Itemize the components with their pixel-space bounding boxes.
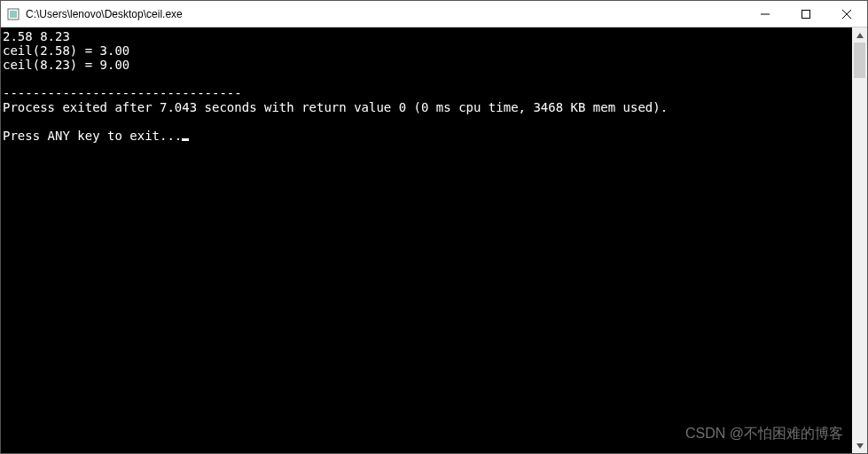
window-controls (745, 1, 867, 27)
vertical-scrollbar[interactable] (852, 27, 867, 453)
close-button[interactable] (826, 1, 867, 27)
scroll-thumb[interactable] (854, 43, 865, 78)
maximize-button[interactable] (786, 1, 826, 27)
window-title: C:\Users\lenovo\Desktop\ceil.exe (26, 8, 745, 20)
app-icon (6, 7, 20, 21)
scroll-up-arrow-icon[interactable] (852, 27, 867, 43)
titlebar[interactable]: C:\Users\lenovo\Desktop\ceil.exe (1, 1, 867, 27)
console-window: C:\Users\lenovo\Desktop\ceil.exe 2.58 8.… (0, 0, 868, 454)
scroll-track[interactable] (852, 43, 867, 438)
text-cursor (182, 138, 189, 141)
minimize-button[interactable] (745, 1, 786, 27)
svg-rect-1 (10, 11, 17, 18)
console-client-area: 2.58 8.23 ceil(2.58) = 3.00 ceil(8.23) =… (1, 27, 867, 453)
console-output[interactable]: 2.58 8.23 ceil(2.58) = 3.00 ceil(8.23) =… (1, 27, 852, 453)
scroll-down-arrow-icon[interactable] (852, 438, 867, 453)
svg-rect-3 (802, 10, 810, 18)
